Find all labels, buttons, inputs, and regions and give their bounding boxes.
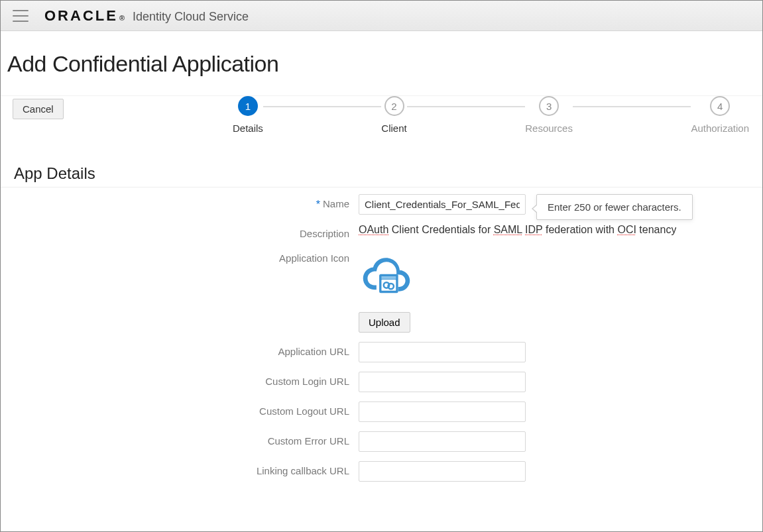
application-url-label: Application URL bbox=[14, 342, 359, 357]
custom-logout-url-label: Custom Logout URL bbox=[14, 401, 359, 417]
wizard-step-details[interactable]: 1 Details bbox=[233, 96, 263, 134]
page-title: Add Confidential Application bbox=[1, 44, 762, 95]
wizard-step-number: 4 bbox=[710, 96, 730, 116]
wizard-step-label: Resources bbox=[525, 123, 573, 134]
application-url-input[interactable] bbox=[359, 342, 526, 362]
wizard-step-number: 3 bbox=[539, 96, 559, 116]
custom-error-url-label: Custom Error URL bbox=[14, 431, 359, 447]
wizard-steps: 1 Details 2 Client 3 Resources 4 Authori… bbox=[233, 96, 749, 134]
name-label: *Name bbox=[14, 194, 359, 210]
service-name: Identity Cloud Service bbox=[133, 10, 249, 24]
custom-login-url-label: Custom Login URL bbox=[14, 372, 359, 387]
brand-block: ORACLE ® Identity Cloud Service bbox=[44, 7, 249, 25]
description-label: Description bbox=[14, 224, 359, 239]
linking-callback-url-label: Linking callback URL bbox=[14, 461, 359, 476]
wizard-step-client[interactable]: 2 Client bbox=[381, 96, 406, 134]
wizard-step-label: Details bbox=[233, 123, 263, 134]
custom-login-url-input[interactable] bbox=[359, 372, 526, 392]
wizard-connector bbox=[263, 106, 382, 107]
custom-error-url-input[interactable] bbox=[359, 431, 526, 452]
desc-word: OAuth bbox=[359, 224, 388, 235]
wizard-step-label: Client bbox=[381, 123, 406, 134]
description-textarea[interactable]: OAuth Client Credentials for SAML IDP fe… bbox=[359, 224, 676, 236]
desc-word: tenancy bbox=[636, 224, 676, 235]
desc-word: OCI bbox=[617, 224, 636, 235]
wizard-step-number: 2 bbox=[384, 96, 404, 116]
wizard-connector bbox=[573, 106, 691, 107]
desc-word: SAML bbox=[494, 224, 522, 235]
linking-callback-url-input[interactable] bbox=[359, 461, 526, 482]
app-header: ORACLE ® Identity Cloud Service bbox=[1, 1, 762, 31]
field-tooltip: Enter 250 or fewer characters. bbox=[536, 194, 693, 220]
wizard-step-authorization[interactable]: 4 Authorization bbox=[691, 96, 749, 134]
svg-rect-2 bbox=[381, 276, 396, 279]
cancel-button[interactable]: Cancel bbox=[13, 99, 64, 119]
brand-name: ORACLE bbox=[44, 7, 118, 25]
hamburger-icon[interactable] bbox=[13, 10, 29, 22]
registered-mark: ® bbox=[119, 14, 125, 22]
desc-word: federation with bbox=[542, 224, 617, 235]
name-label-text: Name bbox=[323, 198, 349, 209]
custom-logout-url-input[interactable] bbox=[359, 401, 526, 422]
application-icon-label: Application Icon bbox=[14, 248, 359, 264]
desc-word: IDP bbox=[525, 224, 542, 235]
desc-word: Client Credentials for bbox=[388, 224, 493, 235]
required-star-icon: * bbox=[316, 199, 320, 210]
wizard-connector bbox=[407, 106, 526, 107]
wizard-step-label: Authorization bbox=[691, 123, 749, 134]
wizard-step-resources[interactable]: 3 Resources bbox=[525, 96, 573, 134]
wizard-step-number: 1 bbox=[238, 96, 258, 116]
section-divider bbox=[1, 187, 762, 187]
upload-button[interactable]: Upload bbox=[359, 312, 410, 333]
name-input[interactable] bbox=[359, 194, 526, 215]
section-title: App Details bbox=[14, 164, 762, 183]
application-cloud-icon bbox=[359, 248, 414, 304]
